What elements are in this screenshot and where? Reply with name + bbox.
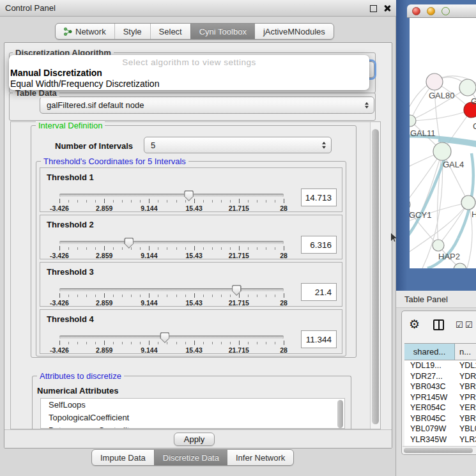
table-cell[interactable]: YDR2	[455, 371, 476, 382]
slider-tick-labels: -3.4262.8599.14415.4321.71528	[59, 346, 284, 354]
panel-scrollbar-thumb[interactable]	[372, 129, 379, 424]
table-row[interactable]: YLR345WYLR3	[404, 434, 476, 445]
network-node[interactable]	[410, 199, 410, 210]
table-cell[interactable]: YBR045C	[404, 413, 455, 424]
table-cell[interactable]: YDR27...	[404, 371, 455, 382]
table-row[interactable]: YBR045CYBR0	[404, 413, 476, 424]
close-traffic-light-icon[interactable]	[412, 7, 420, 15]
threshold-1-box: Threshold 1 -3.4262.8599.14415.4321.7152…	[40, 167, 342, 212]
threshold-3-label: Threshold 3	[47, 267, 94, 277]
tab-discretize-data[interactable]: Discretize Data	[154, 450, 227, 465]
column-split-icon[interactable]	[433, 319, 444, 330]
table-row[interactable]: YBL079WYBL0	[404, 424, 476, 434]
table-row[interactable]: YDL19...YDL1	[404, 360, 476, 371]
network-node[interactable]	[433, 142, 451, 160]
tab-cyni-toolbox[interactable]: Cyni Toolbox	[190, 24, 255, 39]
slider-track[interactable]	[59, 288, 284, 291]
table-cell[interactable]: YPR145W	[404, 392, 455, 403]
threshold-1-label: Threshold 1	[47, 173, 94, 182]
threshold-4-value-field[interactable]: 11.344	[301, 330, 337, 348]
tab-select[interactable]: Select	[150, 24, 190, 39]
window-title: Control Panel	[5, 3, 56, 13]
network-icon	[64, 27, 72, 36]
column-header-name[interactable]: n...	[455, 344, 476, 360]
list-item[interactable]: BetweennessCentrality	[41, 424, 344, 429]
list-item[interactable]: TopologicalCoefficient	[41, 411, 344, 424]
slider-track[interactable]	[59, 335, 284, 339]
float-window-icon[interactable]	[370, 5, 377, 12]
threshold-4-slider[interactable]: -3.4262.8599.14415.4321.71528	[59, 332, 284, 355]
dropdown-option-equal-width[interactable]: Equal Width/Frequency Discretization	[10, 79, 159, 89]
tab-jactivemnodules[interactable]: jActiveMNodules	[255, 24, 334, 39]
apply-button[interactable]: Apply	[174, 433, 215, 446]
network-canvas[interactable]: GAL80 G C GAL11 GAL4 GCY1 H HAP2	[410, 18, 476, 268]
slider-track[interactable]	[59, 194, 284, 197]
slider-tick-labels: -3.4262.8599.14415.4321.71528	[59, 204, 284, 212]
threshold-2-box: Threshold 2 -3.4262.8599.14415.4321.7152…	[40, 215, 342, 259]
network-node[interactable]	[459, 79, 476, 96]
checkbox-icon[interactable]: ☑	[465, 321, 473, 329]
close-icon[interactable]	[383, 3, 392, 13]
slider-ticks	[59, 198, 284, 204]
checkbox-icon[interactable]: ☑	[456, 321, 463, 329]
number-of-intervals-combobox[interactable]: 5	[144, 137, 332, 153]
algorithm-dropdown-popup: Select algorithm to view settings Manual…	[9, 55, 369, 90]
network-window-titlebar[interactable]	[407, 4, 476, 18]
table-data-combobox[interactable]: galFiltered.sif default node	[40, 96, 374, 114]
table-hscrollbar-thumb[interactable]	[404, 448, 473, 453]
gear-icon[interactable]: ⚙	[409, 318, 420, 330]
node-label: GAL11	[410, 128, 436, 138]
table-cell[interactable]: YBL0	[455, 424, 476, 434]
threshold-2-slider[interactable]: -3.4262.8599.14415.4321.71528	[59, 237, 284, 260]
list-item[interactable]: SelfLoops	[41, 399, 344, 411]
table-hscrollbar-track[interactable]	[403, 446, 476, 453]
table-cell[interactable]: YER0	[455, 403, 476, 413]
slider-ticks	[59, 340, 284, 346]
stepper-arrows-icon	[322, 142, 326, 149]
threshold-3-value-field[interactable]: 21.4	[301, 283, 337, 301]
threshold-1-value-field[interactable]: 14.713	[301, 188, 337, 206]
threshold-1-slider[interactable]: -3.4262.8599.14415.4321.71528	[59, 190, 284, 213]
table-data-value: galFiltered.sif default node	[47, 100, 144, 110]
tab-style[interactable]: Style	[114, 24, 150, 39]
table-row[interactable]: YDR27...YDR2	[404, 371, 476, 382]
table-row[interactable]: YBR043CYBR0	[404, 381, 476, 392]
table-rows: YDL19...YDL1YDR27...YDR2YBR043CYBR0YPR14…	[404, 360, 476, 449]
threshold-3-slider[interactable]: -3.4262.8599.14415.4321.71528	[59, 284, 284, 307]
threshold-2-label: Threshold 2	[47, 220, 94, 229]
tab-infer-network[interactable]: Infer Network	[227, 450, 293, 465]
table-row[interactable]: YPR145WYPR1	[404, 392, 476, 403]
slider-track[interactable]	[59, 241, 284, 244]
table-cell[interactable]: YLR345W	[404, 434, 455, 445]
column-header-shared[interactable]: shared...	[404, 344, 455, 360]
table-cell[interactable]: YDL19...	[404, 360, 455, 371]
network-node[interactable]	[461, 196, 475, 210]
dropdown-option-manual[interactable]: Manual Discretization	[10, 68, 102, 78]
table-cell[interactable]: YBL079W	[404, 424, 455, 434]
minimize-traffic-light-icon[interactable]	[427, 7, 435, 15]
threshold-2-value-field[interactable]: 6.316	[301, 236, 337, 254]
table-cell[interactable]: YDL1	[455, 360, 476, 371]
table-cell[interactable]: YER054C	[404, 403, 455, 413]
tab-network[interactable]: Network	[56, 24, 114, 39]
number-of-intervals-value: 5	[151, 141, 155, 150]
table-cell[interactable]: YBR043C	[404, 381, 455, 392]
network-node[interactable]	[433, 240, 444, 251]
table-cell[interactable]: YPR1	[455, 392, 476, 403]
tab-impute-data[interactable]: Impute Data	[92, 450, 154, 465]
network-node[interactable]	[426, 73, 443, 90]
top-tabbar: Network Style Select Cyni Toolbox jActiv…	[55, 23, 334, 40]
node-label: GCY1	[410, 210, 431, 220]
table-cell[interactable]: YLR3	[455, 434, 476, 445]
table-cell[interactable]: YBR0	[455, 413, 476, 424]
table-panel-header[interactable]: Table Panel	[396, 291, 476, 308]
list-scrollbar-thumb[interactable]	[337, 400, 343, 428]
threshold-4-box: Threshold 4 -3.4262.8599.14415.4321.7152…	[40, 309, 342, 354]
control-panel-titlebar[interactable]: Control Panel	[0, 0, 396, 17]
table-cell[interactable]: YBR0	[455, 381, 476, 392]
number-of-intervals-label: Number of Intervals	[55, 141, 133, 151]
zoom-traffic-light-icon[interactable]	[441, 7, 450, 15]
network-graph[interactable]: GAL80 G C GAL11 GAL4 GCY1 H HAP2	[410, 18, 476, 268]
attributes-group-label: Attributes to discretize	[37, 371, 124, 381]
table-row[interactable]: YER054CYER0	[404, 403, 476, 413]
